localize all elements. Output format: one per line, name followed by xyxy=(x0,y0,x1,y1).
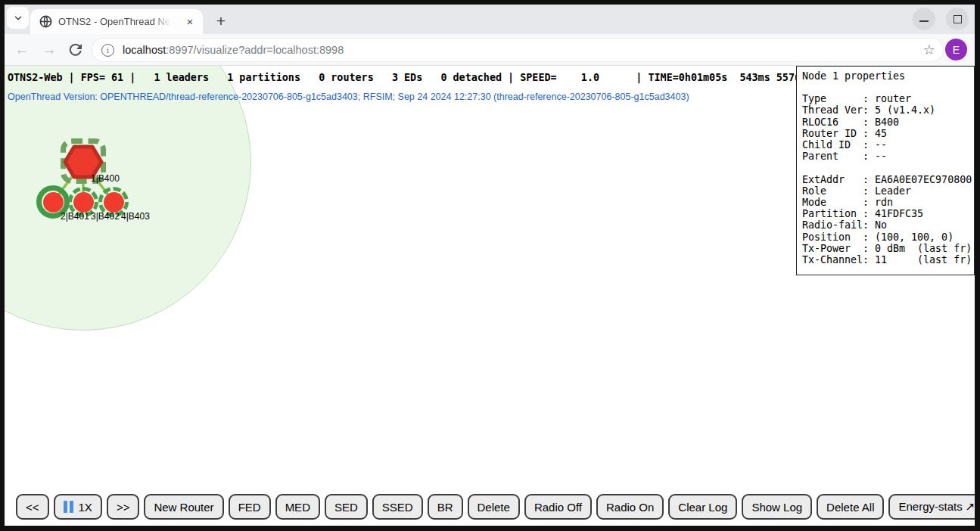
url-path: :8997/visualize?addr=localhost:8998 xyxy=(166,44,344,56)
fed-button[interactable]: FED xyxy=(229,494,271,520)
show-log-button[interactable]: Show Log xyxy=(742,494,812,520)
profile-avatar[interactable]: E xyxy=(945,39,967,61)
radio-off-button[interactable]: Radio Off xyxy=(524,494,592,520)
tab-list-button[interactable] xyxy=(7,7,29,29)
browser-tab[interactable]: OTNS2 - OpenThread Ne × xyxy=(30,9,203,34)
node-3-dot xyxy=(73,192,94,213)
url-text: localhost:8997/visualize?addr=localhost:… xyxy=(123,44,344,56)
address-bar[interactable]: i localhost:8997/visualize?addr=localhos… xyxy=(92,39,943,61)
window-controls xyxy=(913,8,969,30)
node-2-label: 2|B401 xyxy=(61,211,89,222)
openthread-version-link[interactable]: OpenThread Version: OPENTHREAD/thread-re… xyxy=(8,92,689,102)
pause-speed-button[interactable]: 1X xyxy=(54,494,102,520)
maximize-icon xyxy=(954,15,962,23)
new-tab-button[interactable]: + xyxy=(210,11,232,32)
speed-down-button[interactable]: << xyxy=(16,494,49,520)
reload-button[interactable] xyxy=(67,41,85,59)
speed-up-button[interactable]: >> xyxy=(107,494,140,520)
node-properties-panel: Node 1 properties Type : router Thread V… xyxy=(796,66,975,275)
sed-button[interactable]: SED xyxy=(325,494,368,520)
tab-close-icon[interactable]: × xyxy=(183,15,197,29)
br-button[interactable]: BR xyxy=(428,494,463,520)
browser-window: OTNS2 - OpenThread Ne × + ← → i localhos… xyxy=(5,5,975,526)
delete-button[interactable]: Delete xyxy=(468,494,520,520)
new-router-button[interactable]: New Router xyxy=(144,494,223,520)
node-2-dot xyxy=(43,192,64,213)
minimize-icon xyxy=(919,20,929,22)
globe-favicon-icon xyxy=(39,15,52,28)
med-button[interactable]: MED xyxy=(275,494,320,520)
radio-on-button[interactable]: Radio On xyxy=(596,494,664,520)
node-4-label: 4|B403 xyxy=(121,211,150,222)
forward-button[interactable]: → xyxy=(39,40,59,60)
bookmark-star-icon[interactable]: ☆ xyxy=(923,42,935,58)
simulator-status-bar: OTNS2-Web | FPS= 61 | 1 leaders 1 partit… xyxy=(8,72,807,83)
action-toolbar: << 1X >> New Router FED MED SED SSED BR … xyxy=(5,488,975,526)
tab-title: OTNS2 - OpenThread Ne xyxy=(58,16,173,27)
chevron-down-icon xyxy=(13,13,23,23)
delete-all-button[interactable]: Delete All xyxy=(817,494,884,520)
page-content: OTNS2-Web | FPS= 61 | 1 leaders 1 partit… xyxy=(5,66,975,488)
clear-log-button[interactable]: Clear Log xyxy=(668,494,737,520)
energy-stats-button[interactable]: Energy-stats ↗ xyxy=(888,494,975,520)
node-3-label: 3|B402 xyxy=(91,211,120,222)
node-properties-title: Node 1 properties xyxy=(802,70,969,82)
ssed-button[interactable]: SSED xyxy=(372,494,423,520)
tab-strip: OTNS2 - OpenThread Ne × + xyxy=(5,5,975,34)
back-button[interactable]: ← xyxy=(12,40,32,60)
minimize-button[interactable] xyxy=(913,8,935,30)
maximize-button[interactable] xyxy=(946,8,969,30)
site-info-icon[interactable]: i xyxy=(101,44,114,57)
node-1-label: 1|B400 xyxy=(91,173,120,184)
node-4-dot xyxy=(104,192,124,213)
node-properties-body: Type : router Thread Ver: 5 (v1.4.x) RLO… xyxy=(802,93,969,266)
navigation-bar: ← → i localhost:8997/visualize?addr=loca… xyxy=(5,34,975,66)
pause-icon xyxy=(64,501,73,513)
url-host: localhost xyxy=(123,44,166,56)
speed-label: 1X xyxy=(79,501,92,514)
